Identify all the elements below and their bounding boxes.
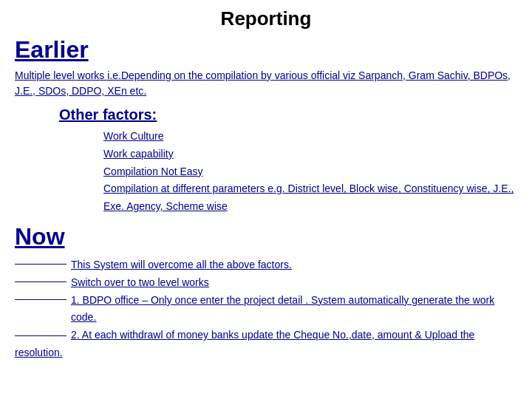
factors-list: Work Culture Work capability Compilation…	[103, 128, 517, 216]
now-item-text-2: Switch over to two level works	[71, 274, 517, 292]
section-earlier-heading: Earlier	[15, 36, 517, 64]
bullet-line-3	[15, 299, 66, 300]
now-items: This System will overcome all the above …	[15, 256, 517, 362]
now-item-4: 2. At each withdrawl of money banks upda…	[15, 327, 517, 362]
page-title: Reporting	[15, 7, 517, 30]
factor-item-2: Work capability	[103, 146, 517, 163]
bullet-line-2	[15, 282, 66, 282]
now-item-text-4: 2. At each withdrawl of money banks upda…	[15, 329, 474, 358]
now-item-1: This System will overcome all the above …	[15, 256, 517, 274]
bullet-line-4	[15, 335, 66, 336]
factor-item-4: Compilation at different parameters e.g.…	[103, 180, 517, 216]
other-factors-title: Other factors:	[59, 106, 517, 123]
factor-item-3: Compilation Not Easy	[103, 163, 517, 181]
now-item-2: Switch over to two level works	[15, 274, 517, 292]
now-item-text-3: 1. BDPO office – Only once enter the pro…	[71, 292, 517, 327]
section-now-heading: Now	[15, 223, 517, 250]
page-container: Reporting Earlier Multiple level works i…	[0, 0, 532, 399]
bullet-line-1	[15, 264, 66, 265]
intro-text: Multiple level works i.e.Depending on th…	[15, 68, 517, 99]
now-item-text-1: This System will overcome all the above …	[71, 256, 517, 274]
factor-item-1: Work Culture	[103, 128, 517, 146]
now-item-3: 1. BDPO office – Only once enter the pro…	[15, 292, 517, 327]
